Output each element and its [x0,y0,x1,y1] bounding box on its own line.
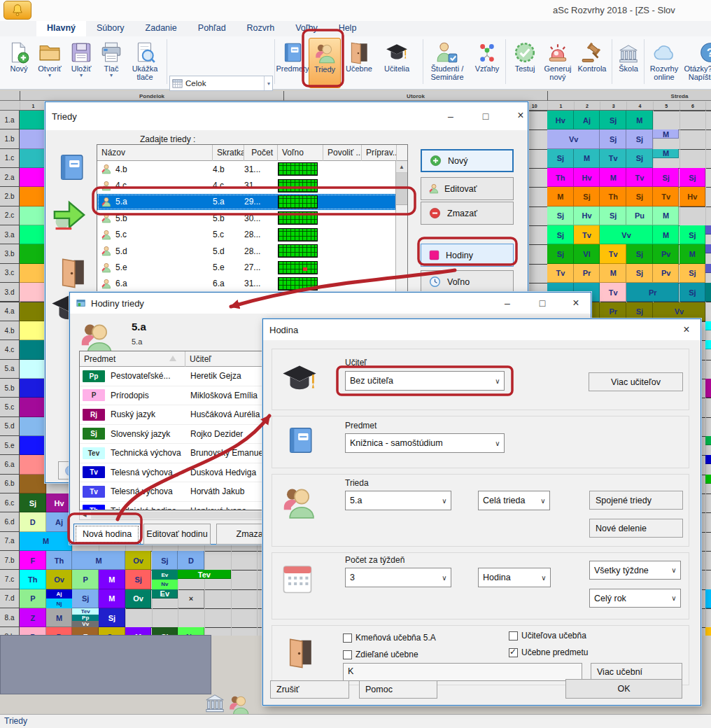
maximize-icon[interactable]: □ [530,298,554,309]
toolbar-button-rozvrhy-online[interactable]: Rozvrhy online [647,38,682,88]
toolbar-button-ulozit[interactable]: Uložiť▾ [66,38,97,88]
lesson-cell[interactable] [705,225,711,234]
lesson-cell-Pv[interactable]: Pv [653,244,680,263]
lesson-cell-M[interactable]: M [626,111,653,130]
lesson-cell-Pv[interactable]: Pv [653,264,680,283]
column-header-voľno[interactable]: Voľno [278,145,323,161]
ucitel-select[interactable]: Bez učiteľa∨ [345,371,505,391]
lesson-cell-M[interactable]: M [600,168,626,187]
zmazat-button[interactable]: Zmazať [421,202,514,225]
toolbar-button-kontrola[interactable]: Kontrola [575,38,609,88]
toolbar-button-otazky[interactable]: ?Otázky? Problé Napíšte nám [683,38,711,88]
lesson-cell-Hv[interactable]: Hv [46,493,73,512]
lesson-cell-M[interactable]: M [653,225,680,244]
lesson-cell-Sj[interactable]: Sj [547,244,574,263]
chevron-down-icon[interactable]: ▾ [264,76,270,90]
triedy-row-5.b[interactable]: 5.b5.b30... [97,210,397,226]
lesson-cell-Aj[interactable]: Aj [574,111,600,130]
lesson-cell-Th[interactable]: Th [600,187,626,206]
lesson-cell-Vv[interactable]: Vv [547,130,600,148]
toolbar-button-predmety[interactable]: Predmety [276,38,309,88]
lesson-cell-Ov[interactable]: Ov [46,570,73,589]
lesson-cell-M[interactable]: M [574,149,600,168]
lesson-cell[interactable] [705,379,711,398]
triedy-row-4.c[interactable]: 4.c4.c31... [97,177,397,193]
close-icon[interactable]: × [564,297,588,309]
toolbar-button-ucitelia[interactable]: Učitelia [376,38,417,88]
lesson-cell-M[interactable]: M [680,244,706,263]
maximize-icon[interactable]: □ [474,111,498,122]
column-header-počet[interactable]: Počet [244,145,278,161]
lesson-cell-Sj[interactable]: Sj [547,225,574,244]
triedy-row-5.e[interactable]: 5.e5.e27... [97,259,397,275]
triedy-row-5.c[interactable]: 5.c5.c28... [97,227,397,243]
lesson-cell-M[interactable]: M [653,149,680,158]
lesson-cell-D[interactable]: D [178,551,204,570]
column-header-povoli[interactable]: Povoliť ... [323,145,362,161]
lesson-cell-M[interactable]: M [547,187,574,206]
lesson-cell-Tv[interactable]: Tv [600,244,626,263]
lesson-cell-M[interactable]: M [653,130,680,139]
lesson-cell-Sj[interactable]: Sj [99,608,125,627]
trieda-scope-select[interactable]: Celá trieda∨ [478,491,550,510]
zdielane-ucebne-checkbox[interactable]: Zdieľané učebne [343,650,418,659]
lesson-cell[interactable] [20,417,46,436]
viac-ucitelov-button[interactable]: Viac učiteľov [589,372,683,391]
lesson-cell[interactable] [705,264,711,273]
column-header-skratka[interactable]: Skratka [213,145,244,161]
lesson-cell-Sj[interactable]: Sj [626,187,653,206]
timetable-cell-stack[interactable]: AjNj [46,589,73,608]
toolbar-button-ukazka-tlace[interactable]: Ukážka tlače [126,38,164,88]
column-predmet[interactable]: Predmet [80,351,185,368]
lesson-cell[interactable] [20,455,46,474]
lesson-cell[interactable] [20,206,46,225]
spojene-triedy-button[interactable]: Spojené triedy [589,491,683,510]
lesson-cell-Sj[interactable]: Sj [547,206,574,225]
timetable-cell-stack[interactable]: EvNv [152,570,178,589]
hodina-type-select[interactable]: Hodina∨ [478,568,551,587]
lesson-cell-Aj[interactable]: Aj [46,512,73,531]
lesson-cell[interactable] [20,149,46,168]
menu-tab-pohľad[interactable]: Pohľad [188,21,237,36]
lesson-cell-Sj[interactable]: Sj [152,551,178,570]
nova-hodina-button[interactable]: Nová hodina [73,524,141,545]
toolbar-button-generuj-novy[interactable]: Generuj nový [542,38,574,88]
lesson-cell[interactable] [20,398,46,416]
lesson-cell-Sj[interactable]: Sj [626,130,653,148]
trieda-select[interactable]: 5.a∨ [345,491,451,510]
lesson-cell-Sj[interactable]: Sj [626,244,653,263]
lesson-cell-Tv[interactable]: Tv [574,225,600,244]
lesson-cell-Hv[interactable]: Hv [680,187,706,206]
lesson-cell[interactable] [20,244,46,263]
help-button[interactable]: Pomoc [359,680,437,699]
lesson-cell-M[interactable]: M [600,264,626,283]
menu-tab-voľby[interactable]: Voľby [285,21,328,36]
lesson-cell-Pr[interactable]: Pr [574,264,600,283]
lesson-cell-M[interactable]: M [653,206,680,225]
triedy-row-6.a[interactable]: 6.a6.a31... [97,276,397,292]
lesson-cell[interactable] [20,321,46,340]
lesson-cell-Ev[interactable]: Ev [152,589,178,598]
lesson-cell-Sj[interactable]: Sj [626,149,653,168]
lesson-cell-Tv[interactable]: Tv [547,264,574,283]
menu-tab-zadanie[interactable]: Zadanie [135,21,188,36]
lesson-cell[interactable] [705,340,711,349]
toolbar-button-testuj[interactable]: Testuj [509,38,540,88]
lesson-cell[interactable] [20,111,46,130]
lesson-cell-Hv[interactable]: Hv [574,206,600,225]
ucebne-predmetu-checkbox[interactable]: Učebne predmetu [509,648,588,657]
cancel-button[interactable]: Zrušiť [270,680,349,699]
toolbar-button-skola[interactable]: Škola [614,38,642,88]
lesson-cell-Hv[interactable]: Hv [574,168,600,187]
lesson-cell[interactable] [20,283,46,302]
term-select[interactable]: Celý rok∨ [589,589,681,608]
toolbar-button-triedy[interactable]: Triedy [309,38,341,88]
lesson-cell-Sj[interactable]: Sj [20,493,46,512]
lesson-cell-Sj[interactable]: Sj [653,168,680,187]
ucitelova-ucebna-checkbox[interactable]: Učiteľova učebňa [509,631,586,640]
lesson-cell[interactable] [20,187,46,206]
room-input[interactable]: K [343,663,582,681]
lesson-cell-Sj[interactable]: Sj [680,225,706,244]
lesson-cell-×[interactable]: × [178,589,204,608]
close-icon[interactable]: × [675,323,698,336]
